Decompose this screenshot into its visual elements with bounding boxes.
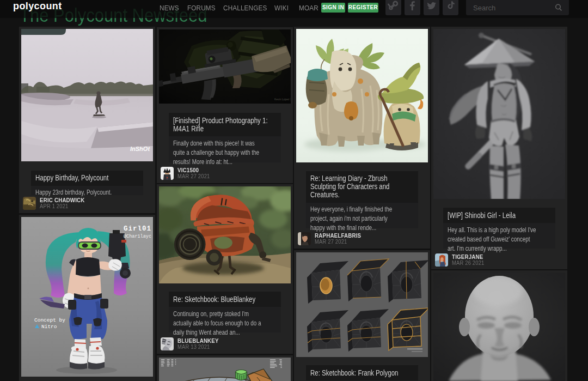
svg-text:Kevin Lopez 3D: Kevin Lopez 3D <box>274 98 291 101</box>
svg-text:InShOt: InShOt <box>130 146 150 152</box>
svg-text:Nitro: Nitro <box>41 324 57 330</box>
svg-text:Girl01: Girl01 <box>124 225 151 233</box>
svg-text:Concept by: Concept by <box>34 317 65 323</box>
svg-text:@Char1layc: @Char1layc <box>124 234 151 239</box>
